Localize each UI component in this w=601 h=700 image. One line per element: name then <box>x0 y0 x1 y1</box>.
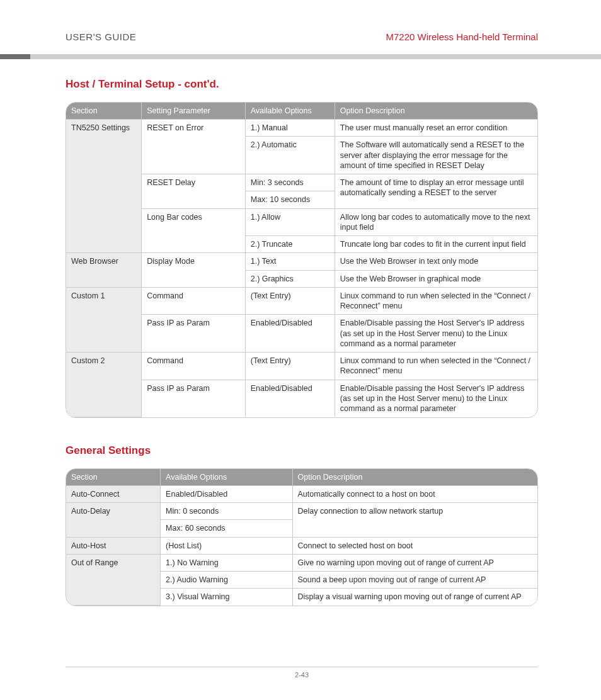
cell-parameter: Pass IP as Param <box>142 315 246 353</box>
cell-option: 2.) Truncate <box>245 236 335 253</box>
cell-description: Enable/Disable passing the Host Server's… <box>335 315 537 353</box>
header-bar: USER'S GUIDE M7220 Wireless Hand-held Te… <box>66 31 538 42</box>
cell-section: Web Browser <box>66 253 142 288</box>
cell-description: The Software will automatically send a R… <box>335 137 537 174</box>
cell-section: Custom 2 <box>66 353 142 417</box>
section-title-host-terminal: Host / Terminal Setup - cont'd. <box>66 78 538 91</box>
cell-description: Give no warning upon moving out of range… <box>292 554 537 571</box>
cell-option: 1.) Text <box>245 253 335 270</box>
cell-parameter: Command <box>142 353 246 380</box>
cell-description: Automatically connect to a host on boot <box>292 485 537 502</box>
table-row: Auto-ConnectEnabled/DisabledAutomaticall… <box>66 485 537 502</box>
cell-section: Auto-Host <box>66 537 161 554</box>
cell-description: The user must manually reset an error co… <box>335 120 537 137</box>
table-row: Auto-DelayMin: 0 secondsDelay connection… <box>66 503 537 520</box>
table-row: Auto-Host(Host List)Connect to selected … <box>66 537 537 554</box>
cell-section: Auto-Delay <box>66 503 161 538</box>
cell-option: Enabled/Disabled <box>161 485 292 502</box>
page-number: 2-43 <box>295 671 309 679</box>
cell-option: Min: 3 seconds <box>245 174 335 191</box>
cell-option: 3.) Visual Warning <box>161 589 292 606</box>
header-rule <box>0 54 601 59</box>
cell-section: TN5250 Settings <box>66 120 142 253</box>
table-row: Custom 1Command(Text Entry)Linux command… <box>66 287 537 315</box>
cell-description: Truncate long bar codes to fit in the cu… <box>335 236 537 253</box>
table-general-settings: SectionAvailable OptionsOption Descripti… <box>66 468 538 606</box>
cell-description: Linux command to run when selected in th… <box>335 353 537 380</box>
table-row: Web BrowserDisplay Mode1.) TextUse the W… <box>66 253 537 270</box>
cell-option: 1.) No Warning <box>161 554 292 571</box>
cell-section: Out of Range <box>66 554 161 605</box>
table-host-terminal: SectionSetting ParameterAvailable Option… <box>66 102 538 418</box>
header-left: USER'S GUIDE <box>66 31 136 42</box>
table2-header: Option Description <box>292 469 537 486</box>
cell-option: 1.) Manual <box>245 120 335 137</box>
section-title-general-settings: General Settings <box>66 444 538 457</box>
cell-description: Linux command to run when selected in th… <box>335 287 537 315</box>
cell-description: The amount of time to display an error m… <box>335 174 537 209</box>
cell-description: Use the Web Browser in text only mode <box>335 253 537 270</box>
cell-option: 1.) Allow <box>245 208 335 236</box>
table1-header: Section <box>66 103 142 120</box>
cell-option: Min: 0 seconds <box>161 503 292 520</box>
cell-parameter: Display Mode <box>142 253 246 288</box>
table-row: Out of Range1.) No WarningGive no warnin… <box>66 554 537 571</box>
cell-parameter: Pass IP as Param <box>142 380 246 417</box>
cell-parameter: Long Bar codes <box>142 208 246 253</box>
cell-option: (Text Entry) <box>245 287 335 315</box>
header-rule-line <box>30 54 601 59</box>
cell-option: 2.) Automatic <box>245 137 335 174</box>
footer-divider <box>66 667 538 667</box>
header-right: M7220 Wireless Hand-held Terminal <box>386 31 539 42</box>
table1-header: Available Options <box>245 103 335 120</box>
cell-option: (Text Entry) <box>245 353 335 380</box>
cell-description: Use the Web Browser in graphical mode <box>335 270 537 287</box>
cell-description: Allow long bar codes to automatically mo… <box>335 208 537 236</box>
page: USER'S GUIDE M7220 Wireless Hand-held Te… <box>0 0 601 700</box>
table2-header: Section <box>66 469 161 486</box>
table1-header: Option Description <box>335 103 537 120</box>
header-rule-accent <box>0 54 30 59</box>
table2-header: Available Options <box>161 469 292 486</box>
cell-option: Max: 10 seconds <box>245 191 335 208</box>
cell-section: Auto-Connect <box>66 485 161 502</box>
cell-option: Max: 60 seconds <box>161 520 292 537</box>
cell-parameter: RESET on Error <box>142 120 246 174</box>
cell-description: Display a visual warning upon moving out… <box>292 589 537 606</box>
cell-option: (Host List) <box>161 537 292 554</box>
table-row: Custom 2Command(Text Entry)Linux command… <box>66 353 537 380</box>
cell-parameter: RESET Delay <box>142 174 246 209</box>
content: Host / Terminal Setup - cont'd. SectionS… <box>66 78 538 606</box>
table1-header: Setting Parameter <box>142 103 246 120</box>
cell-section: Custom 1 <box>66 287 142 352</box>
table-row: TN5250 SettingsRESET on Error1.) ManualT… <box>66 120 537 137</box>
cell-description: Connect to selected host on boot <box>292 537 537 554</box>
cell-option: Enabled/Disabled <box>245 315 335 353</box>
cell-option: 2.) Audio Warning <box>161 572 292 589</box>
cell-description: Sound a beep upon moving out of range of… <box>292 572 537 589</box>
cell-parameter: Command <box>142 287 246 315</box>
cell-description: Delay connection to allow network startu… <box>292 503 537 538</box>
footer: 2-43 <box>66 667 538 679</box>
cell-option: Enabled/Disabled <box>245 380 335 417</box>
cell-option: 2.) Graphics <box>245 270 335 287</box>
cell-description: Enable/Disable passing the Host Server's… <box>335 380 537 417</box>
